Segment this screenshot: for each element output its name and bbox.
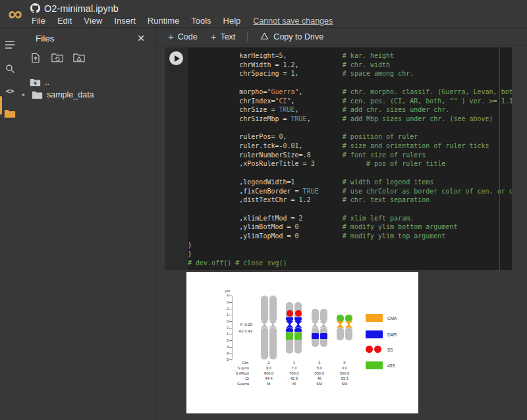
drive-icon xyxy=(260,32,269,41)
close-icon[interactable]: ✕ xyxy=(133,32,149,45)
toolbar-divider xyxy=(247,32,248,41)
colab-logo-icon[interactable]: ∞ xyxy=(0,0,30,27)
legend-swatch xyxy=(366,330,383,338)
menu-help[interactable]: Help xyxy=(217,16,247,26)
table-row-label: S (Mbp) xyxy=(208,371,249,375)
folder-up-icon xyxy=(30,78,41,87)
table-value: M xyxy=(279,382,308,386)
chromatid-short-arm xyxy=(312,309,319,322)
ruler-tick xyxy=(229,340,232,341)
editor-scroll-indicator xyxy=(499,47,500,270)
notebook-toolbar: + Code + Text Copy to Drive xyxy=(156,28,527,46)
chromatid-short-arm xyxy=(269,296,277,321)
active-panel-indicator xyxy=(0,96,2,115)
files-rail-icon[interactable] xyxy=(0,104,20,122)
refresh-folder-icon[interactable] xyxy=(51,51,63,64)
cell-gutter xyxy=(165,47,188,270)
add-text-button[interactable]: + Text xyxy=(204,28,242,45)
code-snippets-icon[interactable]: <> xyxy=(0,82,20,100)
menu-view[interactable]: View xyxy=(78,16,108,26)
legend-label: CMA xyxy=(387,316,397,321)
mount-drive-icon[interactable] xyxy=(72,51,85,64)
mark-DAPI xyxy=(286,328,293,332)
mark-DAPI xyxy=(286,317,293,321)
menu-insert[interactable]: Insert xyxy=(108,16,142,26)
centromere xyxy=(337,321,344,328)
karyotype-plot-output: µm43210012345A 0.20 A2 0.43Chr.213XS (µm… xyxy=(186,272,418,413)
table-value: SM xyxy=(330,382,359,386)
plus-icon: + xyxy=(211,32,217,41)
ruler-tick-label: 2 xyxy=(218,338,229,342)
upload-file-button[interactable] xyxy=(29,51,42,64)
add-code-button[interactable]: + Code xyxy=(161,28,204,45)
chevron-right-icon[interactable]: ▸ xyxy=(20,92,28,97)
mark-DAPI xyxy=(294,317,302,321)
code-editor[interactable]: karHeight=5, # kar. height chrWidth = 1.… xyxy=(188,47,512,274)
mark-45S xyxy=(337,315,344,321)
table-row-label: S (µm) xyxy=(208,366,249,370)
legend-label: 45S xyxy=(387,363,395,368)
tree-item-label: sample_data xyxy=(47,90,94,99)
chromatid-short-arm xyxy=(294,302,302,321)
legend-dot xyxy=(374,346,381,353)
search-icon[interactable] xyxy=(0,59,20,78)
menu-edit[interactable]: Edit xyxy=(51,16,78,26)
notebook-title[interactable]: O2-minimal.ipynb xyxy=(44,3,119,14)
ruler-tick-label: 1 xyxy=(218,313,229,317)
tree-item--[interactable]: .. xyxy=(20,76,155,88)
mark-45S xyxy=(345,315,352,321)
table-value: X xyxy=(330,361,359,365)
code-cell: karHeight=5, # kar. height chrWidth = 1.… xyxy=(165,47,512,270)
plus-icon: + xyxy=(168,32,174,41)
mark-DAPI xyxy=(312,333,319,339)
ruler-tick xyxy=(229,354,232,354)
files-panel-title: Files xyxy=(36,34,133,43)
table-of-contents-icon[interactable] xyxy=(0,36,20,54)
save-status-link[interactable]: Cannot save changes xyxy=(253,16,333,26)
chromatid-short-arm xyxy=(320,309,327,322)
mark-45S xyxy=(286,332,293,340)
ruler-tick-label: 2 xyxy=(218,307,229,311)
menu-runtime[interactable]: Runtime xyxy=(142,16,185,26)
centromere xyxy=(294,321,302,328)
mark-DAPI xyxy=(320,333,327,339)
chromatid-long-arm xyxy=(269,328,277,360)
tree-item-sample-data[interactable]: ▸sample_data xyxy=(20,88,155,101)
files-panel: Files ✕ ..▸sample_data xyxy=(20,28,156,420)
chromatid-short-arm xyxy=(337,315,344,321)
mark-45S xyxy=(294,332,302,340)
header: ∞ O2-minimal.ipynb FileEditViewInsertRun… xyxy=(0,0,527,28)
menu-tools[interactable]: Tools xyxy=(185,16,217,26)
ruler-tick-label: 3 xyxy=(218,300,229,304)
chromatid-long-arm xyxy=(294,328,302,354)
table-row-label: Guerra xyxy=(208,382,249,386)
ruler-tick-label: 3 xyxy=(218,345,229,349)
table-value: 300.0 xyxy=(330,371,359,375)
centromere xyxy=(320,321,327,328)
menu-file[interactable]: File xyxy=(30,16,51,26)
table-value: 3.0 xyxy=(330,366,359,370)
copy-to-drive-button[interactable]: Copy to Drive xyxy=(253,28,330,45)
table-value: 1 xyxy=(279,361,308,365)
table-value: 33.3 xyxy=(330,377,359,381)
ruler-unit-label: µm xyxy=(219,289,230,293)
chromatid-long-arm xyxy=(312,328,319,347)
run-cell-button[interactable] xyxy=(169,51,183,65)
chromatid-short-arm xyxy=(286,302,293,321)
mark-SS xyxy=(295,310,302,317)
mark-DAPI xyxy=(294,328,302,332)
file-tree: ..▸sample_data xyxy=(20,70,155,101)
legend-swatch xyxy=(366,361,383,369)
asymmetry-annotation: A 0.20 A2 0.43 xyxy=(223,322,252,334)
legend-label: SS xyxy=(387,348,393,352)
chromatid-long-arm xyxy=(286,328,293,354)
chromatid-long-arm xyxy=(337,328,344,341)
ruler-tick xyxy=(229,309,232,309)
chromatid-long-arm xyxy=(261,328,268,360)
centromere xyxy=(286,321,293,328)
chromatid-long-arm xyxy=(345,328,352,341)
chromatid-short-arm xyxy=(261,296,268,321)
tree-item-label: .. xyxy=(45,78,49,87)
legend-swatch xyxy=(366,314,383,322)
table-row-label: CI xyxy=(208,377,249,381)
